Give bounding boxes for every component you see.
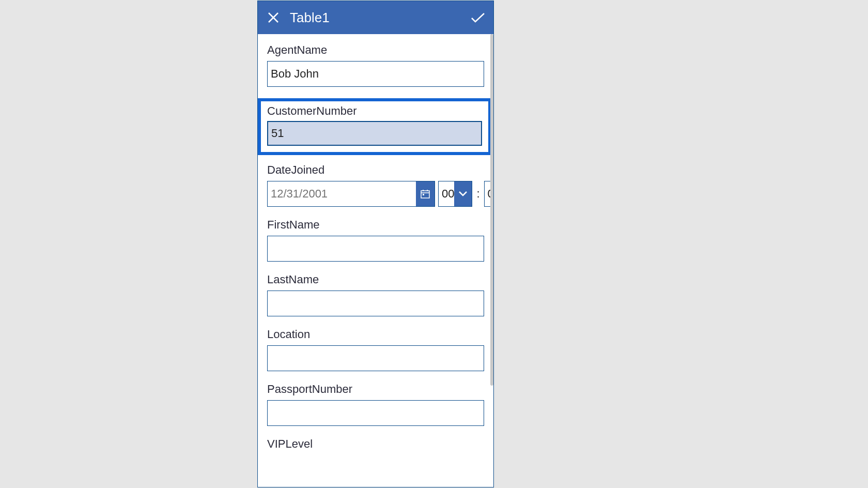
label-customernumber: CustomerNumber <box>267 104 482 118</box>
check-icon <box>471 12 485 23</box>
field-lastname: LastName <box>267 273 484 316</box>
input-agentname[interactable] <box>267 61 484 87</box>
input-passportnumber[interactable] <box>267 400 484 426</box>
svg-rect-6 <box>423 194 424 195</box>
field-viplevel: VIPLevel <box>267 437 484 451</box>
label-passportnumber: PassportNumber <box>267 383 484 396</box>
close-button[interactable] <box>265 9 282 26</box>
close-icon <box>268 12 279 23</box>
calendar-icon <box>421 189 430 199</box>
datejoined-row: 00 : 00 <box>267 181 484 207</box>
title-bar: Table1 <box>258 1 493 34</box>
hour-dropdown-button[interactable] <box>454 181 472 206</box>
input-customernumber[interactable] <box>267 121 482 146</box>
label-location: Location <box>267 328 484 341</box>
input-firstname[interactable] <box>267 236 484 262</box>
confirm-button[interactable] <box>470 9 486 26</box>
svg-rect-2 <box>421 191 429 198</box>
app-frame: Table1 AgentName CustomerNumber DateJoi <box>257 1 494 487</box>
field-datejoined: DateJoined <box>267 163 484 207</box>
scrollbar-thumb[interactable] <box>490 34 493 386</box>
app-stage: Table1 AgentName CustomerNumber DateJoi <box>0 0 868 488</box>
hour-value: 00 <box>439 181 454 206</box>
form-title: Table1 <box>290 10 470 26</box>
calendar-button[interactable] <box>416 181 435 206</box>
field-customernumber-selected[interactable]: CustomerNumber <box>258 98 491 155</box>
label-lastname: LastName <box>267 273 484 286</box>
field-location: Location <box>267 328 484 371</box>
label-datejoined: DateJoined <box>267 163 484 177</box>
date-input[interactable] <box>268 181 416 206</box>
input-location[interactable] <box>267 345 484 371</box>
field-agentname: AgentName <box>267 43 484 87</box>
field-firstname: FirstName <box>267 218 484 262</box>
label-viplevel: VIPLevel <box>267 437 484 451</box>
label-firstname: FirstName <box>267 218 484 232</box>
date-picker[interactable] <box>267 181 435 207</box>
chevron-down-icon <box>458 191 468 197</box>
form-scroll[interactable]: AgentName CustomerNumber DateJoined <box>258 34 493 451</box>
scrollbar-track[interactable] <box>490 34 493 487</box>
hour-select[interactable]: 00 <box>438 181 472 207</box>
label-agentname: AgentName <box>267 43 484 57</box>
input-lastname[interactable] <box>267 291 484 316</box>
field-passportnumber: PassportNumber <box>267 383 484 426</box>
time-separator: : <box>475 181 481 207</box>
form-area: AgentName CustomerNumber DateJoined <box>258 34 493 487</box>
